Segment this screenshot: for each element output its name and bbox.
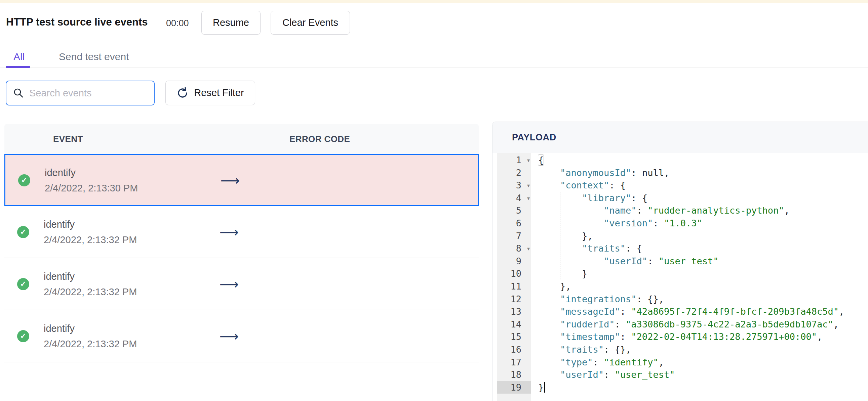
event-row[interactable]: ✓ identify 2/4/2022, 2:13:30 PM ⟶ xyxy=(4,154,479,206)
gutter-cell: 3▾ xyxy=(497,179,531,192)
payload-editor[interactable]: 1▾ { 2▾ "anonymousId": null, 3▾ "context… xyxy=(493,153,868,401)
arrow-right-icon: ⟶ xyxy=(219,224,239,240)
line-number: 13 xyxy=(497,305,531,318)
code-text: }, xyxy=(538,230,593,242)
tab-all[interactable]: All xyxy=(13,51,25,63)
line-number: 12 xyxy=(497,293,531,306)
event-text: identify 2/4/2022, 2:13:32 PM xyxy=(44,219,137,245)
payload-title: PAYLOAD xyxy=(512,132,556,143)
code-line: 13▾ "messageId": "42a8695f-72f4-4f9f-bfc… xyxy=(497,305,868,318)
success-check-icon: ✓ xyxy=(17,226,29,238)
error-code-column-header: ERROR CODE xyxy=(289,124,350,154)
gutter-cell: 10▾ xyxy=(497,267,531,280)
code-line: 10▾ } xyxy=(497,267,868,280)
fold-toggle-icon[interactable]: ▾ xyxy=(527,179,530,192)
line-number: 15 xyxy=(497,331,531,343)
code-text: } xyxy=(538,381,545,394)
event-timestamp: 2/4/2022, 2:13:32 PM xyxy=(44,286,137,297)
code-text: "version": "1.0.3" xyxy=(538,217,702,230)
search-input[interactable] xyxy=(29,88,147,99)
active-tab-underline xyxy=(6,66,30,68)
search-events-box[interactable] xyxy=(6,80,155,105)
gutter-cell: 8▾ xyxy=(497,242,531,255)
code-text: "context": { xyxy=(538,179,626,192)
gutter-cell: 12▾ xyxy=(497,293,531,306)
event-row[interactable]: ✓ identify 2/4/2022, 2:13:32 PM ⟶ xyxy=(4,310,479,362)
line-number: 19 xyxy=(497,381,531,394)
fold-toggle-icon[interactable]: ▾ xyxy=(527,242,530,255)
event-text: identify 2/4/2022, 2:13:32 PM xyxy=(44,323,137,349)
line-number: 17 xyxy=(497,356,531,369)
code-text: "type": "identify", xyxy=(538,356,664,369)
event-row[interactable]: ✓ identify 2/4/2022, 2:13:32 PM ⟶ xyxy=(4,258,479,310)
gutter-cell: 4▾ xyxy=(497,192,531,204)
code-text: { xyxy=(538,154,544,167)
code-text: "traits": { xyxy=(538,242,642,255)
text-cursor xyxy=(544,382,545,393)
page-title: HTTP test source live events xyxy=(6,16,148,28)
fold-toggle-icon[interactable]: ▾ xyxy=(527,192,530,205)
code-line: 12▾ "integrations": {}, xyxy=(497,293,868,306)
gutter-cell: 16▾ xyxy=(497,343,531,356)
gutter-cell: 2▾ xyxy=(497,167,531,179)
code-line: 19▾ } xyxy=(497,381,868,394)
event-row[interactable]: ✓ identify 2/4/2022, 2:13:32 PM ⟶ xyxy=(4,206,479,258)
arrow-right-icon: ⟶ xyxy=(220,173,240,188)
event-text: identify 2/4/2022, 2:13:32 PM xyxy=(44,271,137,297)
top-accent-bar xyxy=(0,0,868,3)
gutter-cell: 17▾ xyxy=(497,356,531,369)
gutter-cell: 9▾ xyxy=(497,255,531,268)
gutter-cell: 6▾ xyxy=(497,217,531,230)
line-number: 16 xyxy=(497,343,531,356)
line-number: 3 xyxy=(497,179,531,192)
line-number: 2 xyxy=(497,167,531,179)
code-text: "timestamp": "2022-02-04T14:13:28.275971… xyxy=(538,331,822,343)
code-text: "rudderId": "a33086db-9375-4c22-a2a3-b5d… xyxy=(538,318,839,331)
line-number: 14 xyxy=(497,318,531,331)
fold-toggle-icon[interactable]: ▾ xyxy=(527,154,530,167)
timer-value: 00:00 xyxy=(166,18,189,29)
reset-filter-button[interactable]: Reset Filter xyxy=(165,80,255,105)
code-line: 9▾ "userId": "user_test" xyxy=(497,255,868,268)
code-line: 3▾ "context": { xyxy=(497,179,868,192)
clear-events-button[interactable]: Clear Events xyxy=(271,11,350,35)
resume-button[interactable]: Resume xyxy=(202,11,260,35)
event-name: identify xyxy=(44,271,137,282)
event-name: identify xyxy=(45,167,138,178)
gutter-cell: 15▾ xyxy=(497,331,531,343)
code-text: "userId": "user_test" xyxy=(538,255,718,268)
line-number: 6 xyxy=(497,217,531,230)
event-name: identify xyxy=(44,323,137,334)
payload-panel-header: PAYLOAD xyxy=(493,122,868,153)
code-line: 11▾ }, xyxy=(497,280,868,293)
event-text: identify 2/4/2022, 2:13:30 PM xyxy=(45,167,138,194)
gutter-cell: 18▾ xyxy=(497,368,531,381)
tab-bar-divider xyxy=(0,67,868,67)
code-line: 16▾ "traits": {}, xyxy=(497,343,868,356)
arrow-right-icon: ⟶ xyxy=(219,276,239,292)
code-text: "traits": {}, xyxy=(538,343,631,356)
line-number: 11 xyxy=(497,280,531,293)
event-rows: ✓ identify 2/4/2022, 2:13:30 PM ⟶ ✓ iden… xyxy=(4,154,479,362)
code-line: 8▾ "traits": { xyxy=(497,242,868,255)
code-line: 1▾ { xyxy=(497,154,868,167)
events-table: EVENT ERROR CODE ✓ identify 2/4/2022, 2:… xyxy=(4,124,479,362)
live-events-screen: HTTP test source live events 00:00 Resum… xyxy=(0,0,868,401)
code-line: 4▾ "library": { xyxy=(497,192,868,204)
event-name: identify xyxy=(44,219,137,230)
event-timestamp: 2/4/2022, 2:13:30 PM xyxy=(45,182,138,194)
gutter-cell: 13▾ xyxy=(497,305,531,318)
code-line: 6▾ "version": "1.0.3" xyxy=(497,217,868,230)
code-text: "userId": "user_test" xyxy=(538,368,675,381)
code-lines: 1▾ { 2▾ "anonymousId": null, 3▾ "context… xyxy=(493,153,868,401)
success-check-icon: ✓ xyxy=(17,278,29,290)
tab-send-test-event[interactable]: Send test event xyxy=(59,51,129,63)
gutter-cell: 1▾ xyxy=(497,154,531,167)
code-line: 18▾ "userId": "user_test" xyxy=(497,368,868,381)
code-text: }, xyxy=(538,280,571,293)
gutter-cell: 7▾ xyxy=(497,230,531,242)
code-line: 7▾ }, xyxy=(497,230,868,242)
line-number: 9 xyxy=(497,255,531,268)
line-number: 10 xyxy=(497,267,531,280)
gutter-cell: 5▾ xyxy=(497,204,531,217)
